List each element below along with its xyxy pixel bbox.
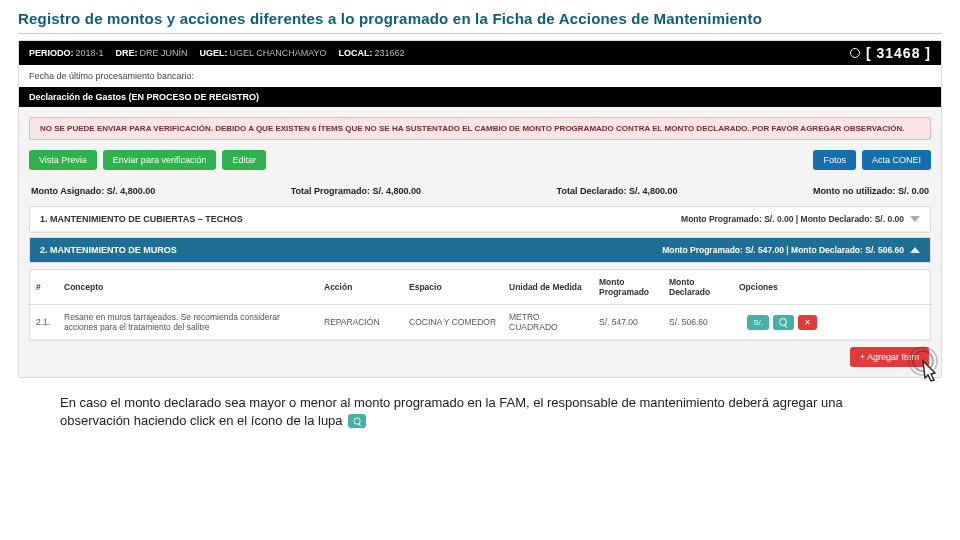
col-opciones: Opciones	[733, 275, 823, 299]
total-programado: Total Programado: S/. 4,800.00	[291, 186, 421, 196]
account-number: [ 31468 ]	[866, 45, 931, 61]
top-right: [ 31468 ]	[850, 45, 931, 61]
col-monto-prog: Monto Programado	[593, 270, 663, 304]
search-icon	[779, 318, 788, 327]
fotos-button[interactable]: Fotos	[813, 150, 856, 170]
acta-conei-button[interactable]: Acta CONEI	[862, 150, 931, 170]
total-asignado: Monto Asignado: S/. 4,800.00	[31, 186, 155, 196]
periodo-value: 2018-1	[76, 48, 104, 58]
section-header: Declaración de Gastos (EN PROCESO DE REG…	[19, 87, 941, 107]
cell-monto-prog: S/. 547.00	[593, 310, 663, 334]
vista-previa-button[interactable]: Vista Previa	[29, 150, 97, 170]
slide-title: Registro de montos y acciones diferentes…	[0, 0, 960, 31]
warning-banner: NO SE PUEDE ENVIAR PARA VERIFICACIÓN. DE…	[29, 117, 931, 140]
delete-button[interactable]: ✕	[798, 315, 817, 330]
col-espacio: Espacio	[403, 275, 503, 299]
enviar-button[interactable]: Enviar para verificación	[103, 150, 217, 170]
accordion-head-techos[interactable]: 1. MANTENIMIENTO DE CUBIERTAS – TECHOS M…	[30, 207, 930, 232]
kv-dre: DRE: DRE JUNÍN	[116, 48, 188, 58]
kv-local: LOCAL: 231662	[339, 48, 405, 58]
periodo-label: PERIODO:	[29, 48, 74, 58]
accordion-head-muros[interactable]: 2. MANTENIMIENTO DE MUROS Monto Programa…	[30, 238, 930, 262]
observacion-button[interactable]	[773, 315, 794, 330]
divider	[18, 33, 942, 34]
kv-ugel: UGEL: UGEL CHANCHAMAYO	[200, 48, 327, 58]
col-concepto: Concepto	[58, 275, 318, 299]
dre-value: DRE JUNÍN	[140, 48, 188, 58]
local-label: LOCAL:	[339, 48, 373, 58]
click-cursor-icon	[905, 343, 945, 383]
cell-opciones: S/. ✕	[733, 308, 823, 337]
top-header: PERIODO: 2018-1 DRE: DRE JUNÍN UGEL: UGE…	[19, 41, 941, 65]
cell-unidad: METRO CUADRADO	[503, 305, 593, 339]
accordion-summary: Monto Programado: S/. 547.00 | Monto Dec…	[662, 245, 920, 255]
cell-n: 2.1.	[30, 310, 58, 334]
dre-label: DRE:	[116, 48, 138, 58]
accordion-title: 2. MANTENIMIENTO DE MUROS	[40, 245, 177, 255]
user-icon[interactable]	[850, 48, 860, 58]
chevron-up-icon	[910, 247, 920, 253]
cell-monto-decl: S/. 506.60	[663, 310, 733, 334]
accordion-muros[interactable]: 2. MANTENIMIENTO DE MUROS Monto Programa…	[29, 237, 931, 263]
ugel-value: UGEL CHANCHAMAYO	[230, 48, 327, 58]
cell-accion: REPARACIÓN	[318, 310, 403, 334]
accordion-title: 1. MANTENIMIENTO DE CUBIERTAS – TECHOS	[40, 214, 243, 224]
table-header: # Concepto Acción Espacio Unidad de Medi…	[30, 270, 930, 305]
items-table: # Concepto Acción Espacio Unidad de Medi…	[29, 269, 931, 341]
inline-search-icon	[348, 414, 366, 428]
accordion-summary: Monto Programado: S/. 0.00 | Monto Decla…	[681, 214, 920, 224]
chevron-down-icon	[910, 216, 920, 222]
col-unidad: Unidad de Medida	[503, 275, 593, 299]
cell-espacio: COCINA Y COMEDOR	[403, 310, 503, 334]
editar-button[interactable]: Editar	[222, 150, 266, 170]
totals-row: Monto Asignado: S/. 4,800.00 Total Progr…	[29, 180, 931, 206]
cell-concepto: Resane en muros tarrajeados. Se recomien…	[58, 305, 318, 339]
col-monto-decl: Monto Declarado	[663, 270, 733, 304]
kv-periodo: PERIODO: 2018-1	[29, 48, 104, 58]
info-bar: Fecha de último procesamiento bancario:	[19, 65, 941, 87]
total-declarado: Total Declarado: S/. 4,800.00	[557, 186, 678, 196]
local-value: 231662	[375, 48, 405, 58]
total-no-utilizado: Monto no utilizado: S/. 0.00	[813, 186, 929, 196]
col-n: #	[30, 275, 58, 299]
app-window: PERIODO: 2018-1 DRE: DRE JUNÍN UGEL: UGE…	[18, 40, 942, 378]
bottom-actions: + Agregar Item	[29, 341, 931, 367]
col-accion: Acción	[318, 275, 403, 299]
caption-text: En caso el monto declarado sea mayor o m…	[0, 378, 960, 429]
ugel-label: UGEL:	[200, 48, 228, 58]
body-area: NO SE PUEDE ENVIAR PARA VERIFICACIÓN. DE…	[19, 107, 941, 377]
table-row: 2.1. Resane en muros tarrajeados. Se rec…	[30, 305, 930, 340]
monto-button[interactable]: S/.	[747, 315, 769, 330]
accordion-techos[interactable]: 1. MANTENIMIENTO DE CUBIERTAS – TECHOS M…	[29, 206, 931, 233]
action-toolbar: Vista Previa Enviar para verificación Ed…	[29, 150, 931, 170]
